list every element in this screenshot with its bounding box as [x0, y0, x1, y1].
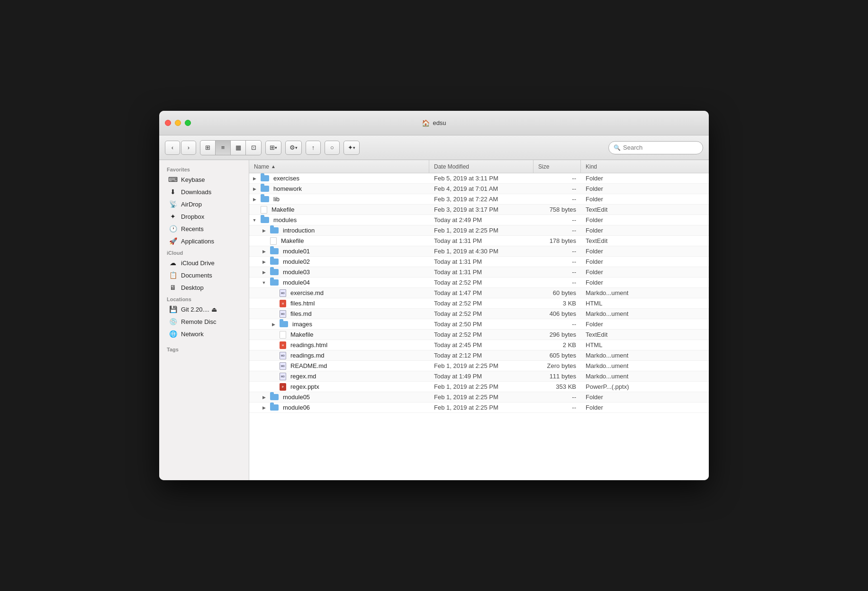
sidebar-item-downloads[interactable]: ⬇ Downloads	[161, 186, 247, 198]
sidebar-item-icloud-drive[interactable]: ☁ iCloud Drive	[161, 257, 247, 269]
sidebar-item-remote-disc[interactable]: 💿 Remote Disc	[161, 315, 247, 328]
sidebar-item-airdrop[interactable]: 📡 AirDrop	[161, 198, 247, 210]
col-header-date[interactable]: Date Modified	[429, 160, 533, 173]
column-view-button[interactable]: ▦	[231, 141, 246, 155]
table-row[interactable]: ▼module04Today at 2:52 PM--Folder	[249, 278, 709, 288]
network-icon: 🌐	[169, 330, 177, 338]
table-row[interactable]: MDreadings.mdToday at 2:12 PM605 bytesMa…	[249, 350, 709, 361]
file-icon	[270, 227, 279, 233]
expand-arrow[interactable]: ▶	[261, 404, 267, 411]
list-view-button[interactable]: ≡	[216, 141, 231, 155]
forward-button[interactable]: ›	[181, 141, 196, 155]
sidebar-item-documents[interactable]: 📋 Documents	[161, 269, 247, 281]
table-row[interactable]: ▶module06Feb 1, 2019 at 2:25 PM--Folder	[249, 403, 709, 413]
tag-button[interactable]: ○	[325, 141, 340, 155]
col-header-name[interactable]: Name ▲	[249, 160, 429, 173]
file-icon	[261, 175, 269, 181]
table-row[interactable]: ▶module03Today at 1:31 PM--Folder	[249, 267, 709, 278]
expand-arrow[interactable]: ▼	[261, 279, 267, 286]
file-date-cell: Feb 3, 2019 at 7:22 AM	[429, 194, 533, 204]
gallery-view-button[interactable]: ⊡	[246, 141, 261, 155]
expand-arrow[interactable]: ▶	[251, 186, 258, 192]
table-row[interactable]: Hreadings.htmlToday at 2:45 PM2 KBHTML	[249, 340, 709, 350]
file-name-text: module06	[283, 404, 310, 411]
expand-arrow[interactable]: ▼	[251, 217, 258, 224]
file-name-cell: ▶module01	[249, 246, 429, 256]
table-row[interactable]: ▶homeworkFeb 4, 2019 at 7:01 AM--Folder	[249, 184, 709, 194]
sidebar-item-keybase[interactable]: ⌨ Keybase	[161, 173, 247, 186]
col-header-size[interactable]: Size	[533, 160, 581, 173]
table-row[interactable]: MDregex.mdToday at 1:49 PM111 bytesMarkd…	[249, 371, 709, 382]
dropbox-button[interactable]: ✦ ▾	[344, 141, 360, 155]
expand-arrow[interactable]: ▶	[251, 196, 258, 203]
expand-arrow[interactable]: ▶	[261, 227, 267, 234]
share-button[interactable]: ↑	[306, 141, 321, 155]
expand-arrow[interactable]	[251, 206, 258, 213]
table-row[interactable]: ▶libFeb 3, 2019 at 7:22 AM--Folder	[249, 194, 709, 205]
maximize-button[interactable]	[185, 120, 191, 126]
expand-arrow[interactable]: ▶	[251, 175, 258, 182]
close-button[interactable]	[165, 120, 171, 126]
sidebar-item-dropbox[interactable]: ✦ Dropbox	[161, 210, 247, 223]
file-name-cell: Pregex.pptx	[249, 382, 429, 392]
table-row[interactable]: ▶module02Today at 1:31 PM--Folder	[249, 257, 709, 267]
table-row[interactable]: MakefileToday at 2:52 PM296 bytesTextEdi…	[249, 330, 709, 340]
expand-arrow[interactable]	[270, 363, 277, 369]
sidebar-item-applications[interactable]: 🚀 Applications	[161, 235, 247, 247]
list-view-icon: ≡	[221, 144, 225, 151]
expand-arrow[interactable]	[270, 352, 277, 359]
expand-arrow[interactable]: ▶	[261, 248, 267, 255]
table-row[interactable]: MDfiles.mdToday at 2:52 PM406 bytesMarkd…	[249, 309, 709, 319]
file-size-cell: --	[533, 403, 581, 412]
group-button[interactable]: ⊞ ▾	[265, 141, 281, 155]
view-group: ⊞ ≡ ▦ ⊡	[200, 140, 262, 155]
search-bar[interactable]: 🔍	[608, 141, 703, 154]
table-row[interactable]: MDREADME.mdFeb 1, 2019 at 2:25 PMZero by…	[249, 361, 709, 371]
expand-arrow[interactable]	[270, 300, 277, 307]
table-row[interactable]: ▼modulesToday at 2:49 PM--Folder	[249, 215, 709, 225]
table-row[interactable]: Hfiles.htmlToday at 2:52 PM3 KBHTML	[249, 298, 709, 309]
file-size-cell: --	[533, 215, 581, 225]
table-row[interactable]: ▶introductionFeb 1, 2019 at 2:25 PM--Fol…	[249, 225, 709, 236]
back-button[interactable]: ‹	[165, 141, 180, 155]
table-row[interactable]: MakefileFeb 3, 2019 at 3:17 PM758 bytesT…	[249, 205, 709, 215]
expand-arrow[interactable]: ▶	[261, 394, 267, 401]
expand-arrow[interactable]	[261, 238, 267, 244]
search-input[interactable]	[623, 144, 698, 151]
expand-arrow[interactable]	[270, 342, 277, 349]
expand-arrow[interactable]: ▶	[261, 259, 267, 265]
table-row[interactable]: MakefileToday at 1:31 PM178 bytesTextEdi…	[249, 236, 709, 246]
gallery-view-icon: ⊡	[251, 144, 256, 151]
finder-window: 🏠 edsu ‹ › ⊞ ≡ ▦ ⊡	[159, 111, 709, 480]
sidebar-item-network[interactable]: 🌐 Network	[161, 328, 247, 340]
expand-arrow[interactable]: ▶	[261, 269, 267, 276]
sidebar-item-git[interactable]: 💾 Git 2.20.... ⏏	[161, 303, 247, 315]
expand-arrow[interactable]: ▶	[270, 321, 277, 328]
file-date-cell: Feb 4, 2019 at 7:01 AM	[429, 184, 533, 194]
locations-header: Locations	[159, 294, 249, 303]
table-row[interactable]: ▶imagesToday at 2:50 PM--Folder	[249, 319, 709, 330]
icon-view-icon: ⊞	[205, 144, 210, 151]
expand-arrow[interactable]	[270, 290, 277, 296]
table-row[interactable]: ▶exercisesFeb 5, 2019 at 3:11 PM--Folder	[249, 173, 709, 184]
sidebar-item-desktop[interactable]: 🖥 Desktop	[161, 281, 247, 294]
file-size-cell: --	[533, 225, 581, 235]
file-kind-cell: Markdo...ument	[581, 361, 709, 371]
minimize-button[interactable]	[175, 120, 181, 126]
expand-arrow[interactable]	[270, 373, 277, 380]
action-button[interactable]: ⚙ ▾	[285, 141, 302, 155]
icon-view-button[interactable]: ⊞	[200, 141, 216, 155]
expand-arrow[interactable]	[270, 384, 277, 390]
table-row[interactable]: ▶module01Feb 1, 2019 at 4:30 PM--Folder	[249, 246, 709, 257]
file-size-cell: --	[533, 257, 581, 267]
file-name-text: Makefile	[271, 206, 294, 213]
expand-arrow[interactable]	[270, 331, 277, 338]
expand-arrow[interactable]	[270, 311, 277, 317]
table-row[interactable]: Pregex.pptxFeb 1, 2019 at 2:25 PM353 KBP…	[249, 382, 709, 392]
col-header-kind[interactable]: Kind	[581, 160, 709, 173]
file-kind-cell: Markdo...ument	[581, 371, 709, 381]
sidebar-item-recents[interactable]: 🕐 Recents	[161, 223, 247, 235]
nav-buttons: ‹ ›	[165, 141, 196, 155]
table-row[interactable]: ▶module05Feb 1, 2019 at 2:25 PM--Folder	[249, 392, 709, 403]
table-row[interactable]: MDexercise.mdToday at 1:47 PM60 bytesMar…	[249, 288, 709, 298]
